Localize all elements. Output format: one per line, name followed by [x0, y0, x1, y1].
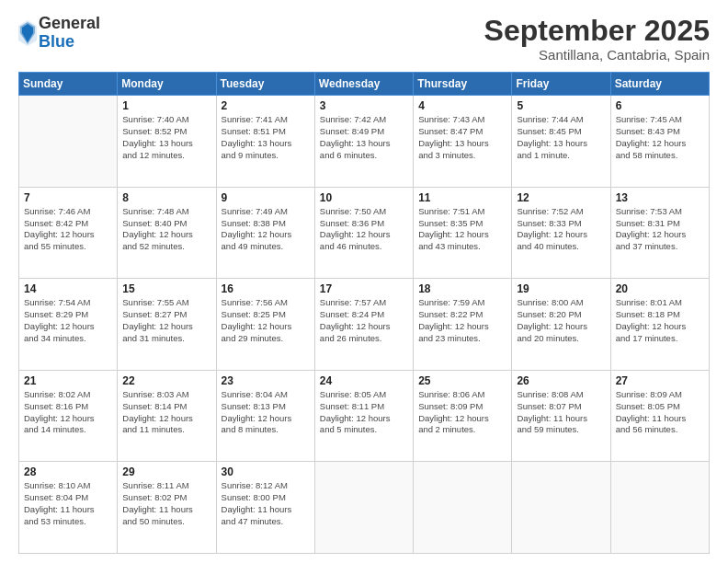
- day-number: 5: [517, 99, 605, 112]
- day-number: 24: [320, 374, 408, 387]
- day-info: Sunrise: 8:05 AM Sunset: 8:11 PM Dayligh…: [320, 389, 408, 436]
- calendar-cell: 21Sunrise: 8:02 AM Sunset: 8:16 PM Dayli…: [19, 370, 118, 462]
- title-block: September 2025 Santillana, Cantabria, Sp…: [484, 15, 710, 63]
- calendar-cell: [414, 462, 512, 554]
- day-info: Sunrise: 8:08 AM Sunset: 8:07 PM Dayligh…: [517, 389, 605, 436]
- day-number: 4: [418, 99, 506, 112]
- calendar-cell: 26Sunrise: 8:08 AM Sunset: 8:07 PM Dayli…: [512, 370, 610, 462]
- day-number: 18: [418, 282, 506, 295]
- calendar-cell: 2Sunrise: 7:41 AM Sunset: 8:51 PM Daylig…: [216, 96, 314, 188]
- day-number: 7: [24, 191, 112, 204]
- calendar-week-row: 21Sunrise: 8:02 AM Sunset: 8:16 PM Dayli…: [19, 370, 710, 462]
- day-number: 14: [24, 282, 112, 295]
- day-info: Sunrise: 7:54 AM Sunset: 8:29 PM Dayligh…: [24, 297, 112, 344]
- calendar-cell: 8Sunrise: 7:48 AM Sunset: 8:40 PM Daylig…: [118, 187, 216, 279]
- calendar-cell: 29Sunrise: 8:11 AM Sunset: 8:02 PM Dayli…: [118, 462, 216, 554]
- weekday-header: Sunday: [19, 73, 118, 96]
- day-info: Sunrise: 7:45 AM Sunset: 8:43 PM Dayligh…: [616, 114, 704, 161]
- day-number: 11: [418, 191, 506, 204]
- day-number: 1: [122, 99, 210, 112]
- calendar-cell: [19, 96, 118, 188]
- day-number: 12: [517, 191, 605, 204]
- day-info: Sunrise: 8:10 AM Sunset: 8:04 PM Dayligh…: [24, 480, 112, 527]
- day-info: Sunrise: 7:48 AM Sunset: 8:40 PM Dayligh…: [122, 206, 210, 253]
- weekday-header-row: SundayMondayTuesdayWednesdayThursdayFrid…: [19, 73, 710, 96]
- day-info: Sunrise: 7:43 AM Sunset: 8:47 PM Dayligh…: [418, 114, 506, 161]
- calendar-cell: 25Sunrise: 8:06 AM Sunset: 8:09 PM Dayli…: [414, 370, 512, 462]
- calendar-cell: 24Sunrise: 8:05 AM Sunset: 8:11 PM Dayli…: [314, 370, 413, 462]
- day-info: Sunrise: 8:12 AM Sunset: 8:00 PM Dayligh…: [222, 480, 310, 527]
- weekday-header: Thursday: [414, 73, 512, 96]
- calendar-cell: 27Sunrise: 8:09 AM Sunset: 8:05 PM Dayli…: [610, 370, 709, 462]
- day-info: Sunrise: 8:09 AM Sunset: 8:05 PM Dayligh…: [616, 389, 704, 436]
- logo-text: General Blue: [39, 15, 100, 52]
- calendar-cell: 23Sunrise: 8:04 AM Sunset: 8:13 PM Dayli…: [216, 370, 314, 462]
- subtitle: Santillana, Cantabria, Spain: [484, 47, 710, 63]
- calendar-cell: 30Sunrise: 8:12 AM Sunset: 8:00 PM Dayli…: [216, 462, 314, 554]
- day-info: Sunrise: 8:11 AM Sunset: 8:02 PM Dayligh…: [122, 480, 210, 527]
- weekday-header: Monday: [118, 73, 216, 96]
- logo: General Blue: [18, 15, 100, 52]
- logo-general: General: [39, 15, 100, 33]
- calendar-cell: 3Sunrise: 7:42 AM Sunset: 8:49 PM Daylig…: [314, 96, 413, 188]
- day-number: 22: [122, 374, 210, 387]
- calendar-cell: 17Sunrise: 7:57 AM Sunset: 8:24 PM Dayli…: [314, 279, 413, 371]
- day-info: Sunrise: 8:01 AM Sunset: 8:18 PM Dayligh…: [616, 297, 704, 344]
- day-info: Sunrise: 8:03 AM Sunset: 8:14 PM Dayligh…: [122, 389, 210, 436]
- calendar-cell: 16Sunrise: 7:56 AM Sunset: 8:25 PM Dayli…: [216, 279, 314, 371]
- day-number: 10: [320, 191, 408, 204]
- calendar-cell: 18Sunrise: 7:59 AM Sunset: 8:22 PM Dayli…: [414, 279, 512, 371]
- day-number: 19: [517, 282, 605, 295]
- calendar-cell: 22Sunrise: 8:03 AM Sunset: 8:14 PM Dayli…: [118, 370, 216, 462]
- calendar-cell: 19Sunrise: 8:00 AM Sunset: 8:20 PM Dayli…: [512, 279, 610, 371]
- day-info: Sunrise: 7:59 AM Sunset: 8:22 PM Dayligh…: [418, 297, 506, 344]
- day-info: Sunrise: 7:50 AM Sunset: 8:36 PM Dayligh…: [320, 206, 408, 253]
- calendar: SundayMondayTuesdayWednesdayThursdayFrid…: [18, 72, 710, 554]
- calendar-cell: 9Sunrise: 7:49 AM Sunset: 8:38 PM Daylig…: [216, 187, 314, 279]
- day-number: 17: [320, 282, 408, 295]
- calendar-cell: 11Sunrise: 7:51 AM Sunset: 8:35 PM Dayli…: [414, 187, 512, 279]
- calendar-cell: 4Sunrise: 7:43 AM Sunset: 8:47 PM Daylig…: [414, 96, 512, 188]
- calendar-cell: 1Sunrise: 7:40 AM Sunset: 8:52 PM Daylig…: [118, 96, 216, 188]
- day-info: Sunrise: 7:49 AM Sunset: 8:38 PM Dayligh…: [222, 206, 310, 253]
- day-number: 8: [122, 191, 210, 204]
- day-number: 15: [122, 282, 210, 295]
- day-info: Sunrise: 7:44 AM Sunset: 8:45 PM Dayligh…: [517, 114, 605, 161]
- calendar-cell: [610, 462, 709, 554]
- calendar-cell: 28Sunrise: 8:10 AM Sunset: 8:04 PM Dayli…: [19, 462, 118, 554]
- logo-blue: Blue: [39, 33, 100, 52]
- day-info: Sunrise: 7:55 AM Sunset: 8:27 PM Dayligh…: [122, 297, 210, 344]
- weekday-header: Saturday: [610, 73, 709, 96]
- day-info: Sunrise: 8:02 AM Sunset: 8:16 PM Dayligh…: [24, 389, 112, 436]
- day-number: 9: [222, 191, 310, 204]
- day-number: 20: [616, 282, 704, 295]
- calendar-cell: 20Sunrise: 8:01 AM Sunset: 8:18 PM Dayli…: [610, 279, 709, 371]
- day-number: 2: [222, 99, 310, 112]
- day-number: 16: [222, 282, 310, 295]
- page: General Blue September 2025 Santillana, …: [0, 0, 728, 563]
- day-info: Sunrise: 8:04 AM Sunset: 8:13 PM Dayligh…: [222, 389, 310, 436]
- day-number: 25: [418, 374, 506, 387]
- day-number: 6: [616, 99, 704, 112]
- day-info: Sunrise: 7:52 AM Sunset: 8:33 PM Dayligh…: [517, 206, 605, 253]
- day-number: 13: [616, 191, 704, 204]
- day-info: Sunrise: 7:41 AM Sunset: 8:51 PM Dayligh…: [222, 114, 310, 161]
- day-number: 28: [24, 465, 112, 478]
- day-info: Sunrise: 8:06 AM Sunset: 8:09 PM Dayligh…: [418, 389, 506, 436]
- header: General Blue September 2025 Santillana, …: [18, 15, 710, 63]
- calendar-cell: [314, 462, 413, 554]
- calendar-cell: 10Sunrise: 7:50 AM Sunset: 8:36 PM Dayli…: [314, 187, 413, 279]
- calendar-cell: 14Sunrise: 7:54 AM Sunset: 8:29 PM Dayli…: [19, 279, 118, 371]
- day-number: 3: [320, 99, 408, 112]
- calendar-week-row: 14Sunrise: 7:54 AM Sunset: 8:29 PM Dayli…: [19, 279, 710, 371]
- calendar-week-row: 7Sunrise: 7:46 AM Sunset: 8:42 PM Daylig…: [19, 187, 710, 279]
- calendar-cell: 12Sunrise: 7:52 AM Sunset: 8:33 PM Dayli…: [512, 187, 610, 279]
- day-info: Sunrise: 7:57 AM Sunset: 8:24 PM Dayligh…: [320, 297, 408, 344]
- day-number: 23: [222, 374, 310, 387]
- weekday-header: Wednesday: [314, 73, 413, 96]
- calendar-week-row: 28Sunrise: 8:10 AM Sunset: 8:04 PM Dayli…: [19, 462, 710, 554]
- calendar-cell: 7Sunrise: 7:46 AM Sunset: 8:42 PM Daylig…: [19, 187, 118, 279]
- logo-icon: [18, 20, 37, 46]
- calendar-cell: [512, 462, 610, 554]
- day-info: Sunrise: 7:51 AM Sunset: 8:35 PM Dayligh…: [418, 206, 506, 253]
